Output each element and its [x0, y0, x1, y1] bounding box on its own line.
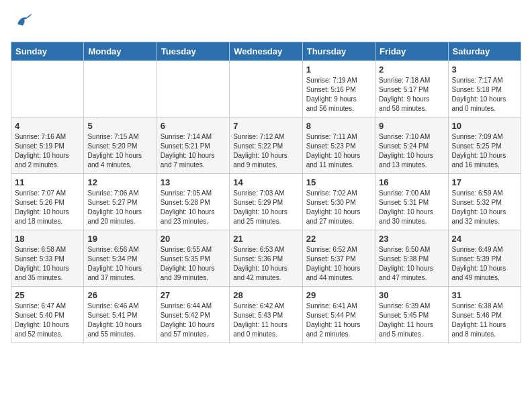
day-info: Sunrise: 6:52 AM Sunset: 5:37 PM Dayligh… — [306, 245, 371, 283]
day-number: 10 — [452, 121, 517, 131]
day-header-friday: Friday — [375, 42, 448, 61]
calendar-table: SundayMondayTuesdayWednesdayThursdayFrid… — [11, 42, 521, 343]
calendar-cell: 2Sunrise: 7:18 AM Sunset: 5:17 PM Daylig… — [375, 61, 448, 118]
day-info: Sunrise: 7:10 AM Sunset: 5:24 PM Dayligh… — [379, 132, 444, 170]
calendar-cell — [11, 61, 84, 118]
day-header-thursday: Thursday — [302, 42, 375, 61]
calendar-cell: 13Sunrise: 7:05 AM Sunset: 5:28 PM Dayli… — [157, 174, 229, 230]
day-number: 15 — [306, 177, 371, 187]
calendar-cell: 15Sunrise: 7:02 AM Sunset: 5:30 PM Dayli… — [302, 174, 375, 230]
calendar-cell: 23Sunrise: 6:50 AM Sunset: 5:38 PM Dayli… — [375, 230, 448, 287]
day-info: Sunrise: 7:11 AM Sunset: 5:23 PM Dayligh… — [306, 132, 371, 170]
logo-bird-icon — [13, 11, 34, 35]
day-info: Sunrise: 7:17 AM Sunset: 5:18 PM Dayligh… — [452, 76, 517, 113]
day-number: 17 — [452, 177, 517, 187]
day-info: Sunrise: 6:50 AM Sunset: 5:38 PM Dayligh… — [379, 245, 444, 283]
day-info: Sunrise: 6:55 AM Sunset: 5:35 PM Dayligh… — [161, 245, 226, 283]
calendar-cell: 22Sunrise: 6:52 AM Sunset: 5:37 PM Dayli… — [302, 230, 375, 287]
calendar-cell: 5Sunrise: 7:15 AM Sunset: 5:20 PM Daylig… — [84, 118, 157, 174]
calendar-cell — [84, 61, 157, 118]
calendar-cell: 21Sunrise: 6:53 AM Sunset: 5:36 PM Dayli… — [230, 230, 302, 287]
day-info: Sunrise: 7:19 AM Sunset: 5:16 PM Dayligh… — [306, 76, 371, 113]
day-number: 13 — [161, 177, 226, 187]
day-number: 4 — [15, 121, 80, 131]
calendar-cell: 18Sunrise: 6:58 AM Sunset: 5:33 PM Dayli… — [11, 230, 84, 287]
calendar-cell: 29Sunrise: 6:41 AM Sunset: 5:44 PM Dayli… — [302, 287, 375, 343]
calendar-cell: 31Sunrise: 6:38 AM Sunset: 5:46 PM Dayli… — [448, 287, 521, 343]
calendar-cell: 26Sunrise: 6:46 AM Sunset: 5:41 PM Dayli… — [84, 287, 157, 343]
calendar-cell: 20Sunrise: 6:55 AM Sunset: 5:35 PM Dayli… — [157, 230, 229, 287]
day-info: Sunrise: 6:59 AM Sunset: 5:32 PM Dayligh… — [452, 189, 517, 226]
day-info: Sunrise: 7:18 AM Sunset: 5:17 PM Dayligh… — [379, 76, 444, 113]
day-number: 28 — [233, 290, 298, 300]
calendar-cell: 25Sunrise: 6:47 AM Sunset: 5:40 PM Dayli… — [11, 287, 84, 343]
day-number: 14 — [233, 177, 298, 187]
day-info: Sunrise: 7:07 AM Sunset: 5:26 PM Dayligh… — [15, 189, 80, 226]
calendar-cell: 3Sunrise: 7:17 AM Sunset: 5:18 PM Daylig… — [448, 61, 521, 118]
day-info: Sunrise: 6:41 AM Sunset: 5:44 PM Dayligh… — [306, 302, 371, 339]
calendar-cell: 4Sunrise: 7:16 AM Sunset: 5:19 PM Daylig… — [11, 118, 84, 174]
calendar-cell: 17Sunrise: 6:59 AM Sunset: 5:32 PM Dayli… — [448, 174, 521, 230]
day-info: Sunrise: 6:42 AM Sunset: 5:43 PM Dayligh… — [233, 302, 298, 339]
calendar-header-row: SundayMondayTuesdayWednesdayThursdayFrid… — [11, 42, 521, 61]
calendar-cell: 7Sunrise: 7:12 AM Sunset: 5:22 PM Daylig… — [230, 118, 302, 174]
page-header — [11, 11, 521, 35]
calendar-cell: 11Sunrise: 7:07 AM Sunset: 5:26 PM Dayli… — [11, 174, 84, 230]
day-header-tuesday: Tuesday — [157, 42, 229, 61]
day-number: 5 — [87, 121, 152, 131]
calendar-cell: 16Sunrise: 7:00 AM Sunset: 5:31 PM Dayli… — [375, 174, 448, 230]
day-info: Sunrise: 6:56 AM Sunset: 5:34 PM Dayligh… — [87, 245, 152, 283]
day-number: 21 — [233, 234, 298, 244]
day-number: 25 — [15, 290, 80, 300]
day-number: 23 — [379, 234, 444, 244]
day-info: Sunrise: 7:03 AM Sunset: 5:29 PM Dayligh… — [233, 189, 298, 226]
calendar-week-row: 18Sunrise: 6:58 AM Sunset: 5:33 PM Dayli… — [11, 230, 521, 287]
day-number: 16 — [379, 177, 444, 187]
calendar-cell — [230, 61, 302, 118]
calendar-cell: 14Sunrise: 7:03 AM Sunset: 5:29 PM Dayli… — [230, 174, 302, 230]
calendar-week-row: 1Sunrise: 7:19 AM Sunset: 5:16 PM Daylig… — [11, 61, 521, 118]
day-info: Sunrise: 6:47 AM Sunset: 5:40 PM Dayligh… — [15, 302, 80, 339]
day-info: Sunrise: 7:09 AM Sunset: 5:25 PM Dayligh… — [452, 132, 517, 170]
day-number: 3 — [452, 64, 517, 75]
day-number: 26 — [87, 290, 152, 300]
day-header-saturday: Saturday — [448, 42, 521, 61]
day-info: Sunrise: 7:06 AM Sunset: 5:27 PM Dayligh… — [87, 189, 152, 226]
day-info: Sunrise: 7:15 AM Sunset: 5:20 PM Dayligh… — [87, 132, 152, 170]
day-info: Sunrise: 6:49 AM Sunset: 5:39 PM Dayligh… — [452, 245, 517, 283]
calendar-cell — [157, 61, 229, 118]
calendar-cell: 12Sunrise: 7:06 AM Sunset: 5:27 PM Dayli… — [84, 174, 157, 230]
calendar-cell: 28Sunrise: 6:42 AM Sunset: 5:43 PM Dayli… — [230, 287, 302, 343]
day-header-sunday: Sunday — [11, 42, 84, 61]
day-header-wednesday: Wednesday — [230, 42, 302, 61]
day-info: Sunrise: 7:14 AM Sunset: 5:21 PM Dayligh… — [161, 132, 226, 170]
day-info: Sunrise: 6:44 AM Sunset: 5:42 PM Dayligh… — [161, 302, 226, 339]
calendar-cell: 8Sunrise: 7:11 AM Sunset: 5:23 PM Daylig… — [302, 118, 375, 174]
day-number: 30 — [379, 290, 444, 300]
day-info: Sunrise: 6:39 AM Sunset: 5:45 PM Dayligh… — [379, 302, 444, 339]
day-info: Sunrise: 6:46 AM Sunset: 5:41 PM Dayligh… — [87, 302, 152, 339]
calendar-cell: 10Sunrise: 7:09 AM Sunset: 5:25 PM Dayli… — [448, 118, 521, 174]
calendar-cell: 27Sunrise: 6:44 AM Sunset: 5:42 PM Dayli… — [157, 287, 229, 343]
day-number: 11 — [15, 177, 80, 187]
day-number: 19 — [87, 234, 152, 244]
calendar-cell: 24Sunrise: 6:49 AM Sunset: 5:39 PM Dayli… — [448, 230, 521, 287]
day-number: 31 — [452, 290, 517, 300]
calendar-week-row: 11Sunrise: 7:07 AM Sunset: 5:26 PM Dayli… — [11, 174, 521, 230]
day-info: Sunrise: 7:16 AM Sunset: 5:19 PM Dayligh… — [15, 132, 80, 170]
day-number: 24 — [452, 234, 517, 244]
day-number: 8 — [306, 121, 371, 131]
calendar-cell: 19Sunrise: 6:56 AM Sunset: 5:34 PM Dayli… — [84, 230, 157, 287]
day-number: 7 — [233, 121, 298, 131]
logo — [11, 11, 34, 35]
calendar-cell: 6Sunrise: 7:14 AM Sunset: 5:21 PM Daylig… — [157, 118, 229, 174]
day-number: 9 — [379, 121, 444, 131]
day-info: Sunrise: 7:05 AM Sunset: 5:28 PM Dayligh… — [161, 189, 226, 226]
calendar-week-row: 25Sunrise: 6:47 AM Sunset: 5:40 PM Dayli… — [11, 287, 521, 343]
calendar-week-row: 4Sunrise: 7:16 AM Sunset: 5:19 PM Daylig… — [11, 118, 521, 174]
day-number: 12 — [87, 177, 152, 187]
calendar-cell: 9Sunrise: 7:10 AM Sunset: 5:24 PM Daylig… — [375, 118, 448, 174]
day-number: 22 — [306, 234, 371, 244]
day-number: 29 — [306, 290, 371, 300]
day-info: Sunrise: 7:12 AM Sunset: 5:22 PM Dayligh… — [233, 132, 298, 170]
